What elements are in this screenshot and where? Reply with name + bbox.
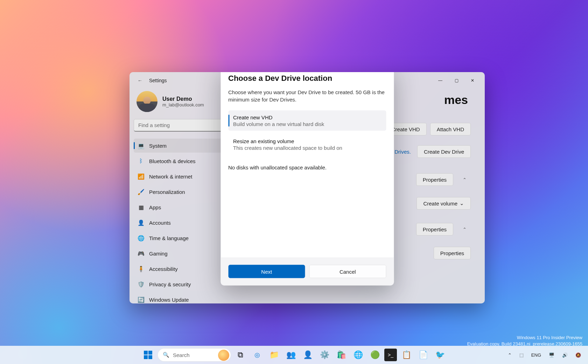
nav-accessibility[interactable]: 🧍Accessibility [134,262,230,276]
option-subtitle: This creates new unallocated space to bu… [233,145,381,151]
notification-icon[interactable]: 🔕 [573,351,583,359]
windows-logo-icon [144,351,152,359]
avatar [136,91,158,112]
nav-bluetooth[interactable]: ᛒBluetooth & devices [134,154,230,168]
option-title: Resize an existing volume [233,138,381,144]
dialog-title: Choose a Dev Drive location [228,74,386,83]
system-tray: ⌃ ⬚ ENG 🖥️ 🔊 🔕 [506,351,588,359]
properties-button[interactable]: Properties [416,223,453,236]
nav-update[interactable]: 🔄Windows Update [134,293,230,303]
nav-label: Personalization [149,189,185,195]
accessibility-icon: 🧍 [138,266,144,272]
user-name: User Demo [162,96,204,102]
page-title-partial: mes [444,93,468,107]
gaming-icon: 🎮 [138,250,144,257]
app-button[interactable]: 👤 [300,348,315,362]
nav-apps[interactable]: ▦Apps [134,200,230,214]
apps-icon: ▦ [138,204,144,210]
option-create-vhd[interactable]: Create new VHD Build volume on a new vir… [228,111,386,131]
nav-label: Gaming [149,251,168,257]
nav-privacy[interactable]: 🛡️Privacy & security [134,277,230,291]
nav-personalization[interactable]: 🖌️Personalization [134,185,230,199]
settings-window: ← Settings — ▢ ✕ User Demo m_lab@outlook… [130,72,485,303]
nav-time[interactable]: 🌐Time & language [134,231,230,245]
language-indicator[interactable]: ENG [529,351,543,359]
nav-label: Network & internet [149,174,192,180]
task-view-button[interactable]: ⧉ [233,348,248,362]
search-highlight-icon [218,350,229,361]
cancel-button[interactable]: Cancel [309,265,386,278]
nav-label: Windows Update [149,297,189,303]
teams-button[interactable]: 👥 [284,348,298,362]
properties-button[interactable]: Properties [416,173,453,186]
maximize-button[interactable]: ▢ [448,75,464,86]
notepad-button[interactable]: 📄 [416,348,430,362]
app-button[interactable]: 📋 [399,348,414,362]
edge-button[interactable]: 🌐 [351,348,365,362]
terminal-button[interactable]: >_ [384,349,397,361]
time-icon: 🌐 [138,235,144,241]
properties-button[interactable]: Properties [434,247,471,259]
nav-label: Accounts [149,220,171,226]
nav-label: Privacy & security [149,281,191,287]
usb-icon[interactable]: ⬚ [517,351,526,359]
watermark: Windows 11 Pro Insider Preview Evaluatio… [467,335,582,347]
network-icon: 📶 [138,173,144,180]
minimize-button[interactable]: — [432,75,448,86]
taskbar-search[interactable]: 🔍Search [158,348,231,362]
sidebar: User Demo m_lab@outlook.com 💻System ᛒBlu… [130,89,234,303]
shield-icon: 🛡️ [138,281,144,287]
network-icon[interactable]: 🖥️ [547,351,556,359]
update-icon: 🔄 [138,296,144,303]
nav-system[interactable]: 💻System [134,139,230,153]
nav-accounts[interactable]: 👤Accounts [134,216,230,230]
create-volume-button[interactable]: Create volume ⌄ [416,197,471,210]
attach-vhd-button[interactable]: Attach VHD [430,123,471,135]
user-block[interactable]: User Demo m_lab@outlook.com [134,89,230,119]
nav-gaming[interactable]: 🎮Gaming [134,246,230,260]
app-button[interactable]: 🐦 [433,348,447,362]
window-title: Settings [149,78,167,83]
accounts-icon: 👤 [138,219,144,226]
nav-label: System [149,143,167,149]
chevron-up-icon[interactable]: ⌃ [458,223,471,236]
volume-icon[interactable]: 🔊 [560,351,570,359]
dev-drive-dialog: Choose a Dev Drive location Choose where… [220,72,394,285]
chrome-button[interactable]: 🟢 [368,348,382,362]
chevron-up-icon[interactable]: ⌃ [458,173,471,186]
option-subtitle: Build volume on a new virtual hard disk [233,121,381,127]
search-icon: 🔍 [163,352,169,358]
bluetooth-icon: ᛒ [138,158,144,164]
copilot-button[interactable]: ◎ [250,348,265,362]
option-resize-volume[interactable]: Resize an existing volume This creates n… [228,134,386,155]
user-email: m_lab@outlook.com [162,102,204,107]
nav-label: Apps [149,204,161,210]
chevron-down-icon: ⌄ [460,200,464,206]
close-button[interactable]: ✕ [464,75,481,86]
taskbar: 🔍Search ⧉ ◎ 📁 👥 👤 ⚙️ 🛍️ 🌐 🟢 >_ 📋 📄 🐦 ⌃ ⬚… [0,346,588,364]
nav-label: Bluetooth & devices [149,158,196,164]
explorer-button[interactable]: 📁 [267,348,281,362]
settings-button[interactable]: ⚙️ [317,348,332,362]
back-button[interactable]: ← [134,74,146,87]
nav-list: 💻System ᛒBluetooth & devices 📶Network & … [134,139,230,303]
next-button[interactable]: Next [228,265,305,278]
option-title: Create new VHD [233,114,381,120]
brush-icon: 🖌️ [138,189,144,195]
nav-label: Accessibility [149,266,178,272]
create-dev-drive-button[interactable]: Create Dev Drive [417,145,471,158]
dialog-description: Choose where you want your Dev Drive to … [228,88,386,104]
nav-label: Time & language [149,235,189,241]
tray-chevron[interactable]: ⌃ [506,351,514,359]
nav-network[interactable]: 📶Network & internet [134,169,230,183]
store-button[interactable]: 🛍️ [334,348,349,362]
search-input[interactable] [134,119,230,132]
start-button[interactable] [141,348,155,362]
system-icon: 💻 [138,142,144,149]
no-disk-message: No disks with unallocated space availabl… [228,164,386,170]
